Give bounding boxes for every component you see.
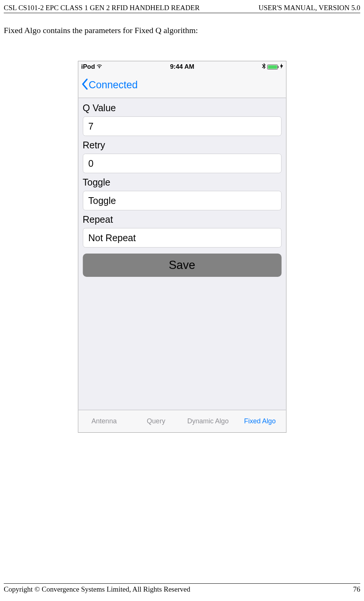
charging-icon bbox=[280, 63, 283, 71]
back-button[interactable]: Connected bbox=[81, 79, 138, 92]
body-paragraph: Fixed Algo contains the parameters for F… bbox=[4, 26, 198, 35]
status-left: iPod bbox=[81, 63, 103, 71]
clock: 9:44 AM bbox=[170, 63, 195, 71]
repeat-input[interactable]: Not Repeat bbox=[83, 228, 281, 248]
status-right bbox=[262, 63, 283, 71]
battery-icon bbox=[267, 65, 278, 69]
back-label: Connected bbox=[89, 79, 138, 91]
toggle-label: Toggle bbox=[83, 177, 281, 188]
tab-query[interactable]: Query bbox=[130, 417, 182, 425]
bluetooth-icon bbox=[262, 63, 266, 71]
footer-left: Copyright © Convergence Systems Limited,… bbox=[4, 585, 190, 593]
page-number: 76 bbox=[353, 585, 360, 593]
retry-label: Retry bbox=[83, 140, 281, 151]
status-bar: iPod 9:44 AM bbox=[78, 61, 286, 72]
tab-dynamic-algo[interactable]: Dynamic Algo bbox=[182, 417, 234, 425]
page-header: CSL CS101-2 EPC CLASS 1 GEN 2 RFID HANDH… bbox=[4, 4, 360, 13]
carrier-label: iPod bbox=[81, 63, 95, 71]
retry-input[interactable]: 0 bbox=[83, 154, 281, 173]
ios-screenshot: iPod 9:44 AM Connected bbox=[78, 61, 286, 433]
tab-fixed-algo[interactable]: Fixed Algo bbox=[234, 417, 286, 425]
header-right: USER'S MANUAL, VERSION 5.0 bbox=[258, 4, 360, 12]
nav-bar: Connected bbox=[78, 72, 286, 98]
wifi-icon bbox=[97, 63, 103, 71]
q-value-input[interactable]: 7 bbox=[83, 116, 281, 136]
repeat-label: Repeat bbox=[83, 214, 281, 225]
save-button[interactable]: Save bbox=[83, 254, 281, 277]
tab-antenna[interactable]: Antenna bbox=[78, 417, 130, 425]
header-left: CSL CS101-2 EPC CLASS 1 GEN 2 RFID HANDH… bbox=[4, 4, 199, 12]
tab-bar: Antenna Query Dynamic Algo Fixed Algo bbox=[78, 410, 286, 432]
toggle-input[interactable]: Toggle bbox=[83, 191, 281, 210]
page-footer: Copyright © Convergence Systems Limited,… bbox=[4, 583, 360, 593]
chevron-left-icon bbox=[81, 79, 88, 92]
form-area: Q Value 7 Retry 0 Toggle Toggle Repeat N… bbox=[78, 98, 286, 410]
q-value-label: Q Value bbox=[83, 103, 281, 113]
